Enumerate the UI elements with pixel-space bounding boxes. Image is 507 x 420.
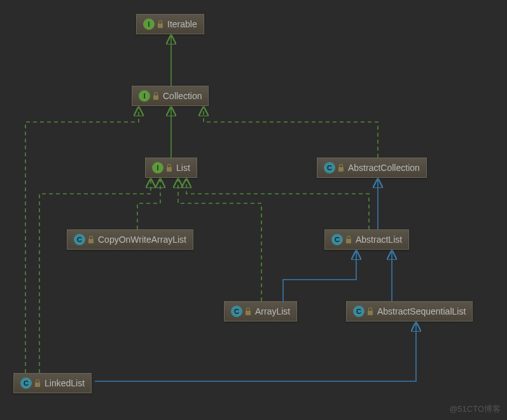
lock-icon [157, 20, 163, 28]
lock-icon [367, 308, 373, 315]
lock-icon [166, 164, 172, 172]
node-label: AbstractSequentialList [377, 306, 466, 316]
interface-icon: I [152, 162, 163, 173]
node-iterable[interactable]: I Iterable [136, 14, 204, 34]
diagram-edges [0, 0, 507, 420]
node-copyonwritearraylist[interactable]: C CopyOnWriteArrayList [67, 229, 193, 250]
class-icon: C [353, 306, 365, 317]
node-arraylist[interactable]: C ArrayList [224, 301, 297, 322]
class-icon: C [74, 234, 85, 245]
node-abstractsequentiallist[interactable]: C AbstractSequentialList [346, 301, 473, 322]
node-label: AbstractList [356, 234, 402, 245]
watermark: @51CTO博客 [449, 403, 501, 415]
lock-icon [34, 379, 41, 387]
node-label: Iterable [167, 19, 197, 29]
node-label: LinkedList [45, 378, 85, 388]
class-icon: C [331, 234, 343, 245]
class-icon: C [20, 377, 32, 389]
node-label: List [176, 163, 190, 173]
node-label: CopyOnWriteArrayList [98, 234, 186, 245]
lock-icon [153, 92, 159, 100]
node-abstractlist[interactable]: C AbstractList [324, 229, 409, 250]
node-collection[interactable]: I Collection [132, 86, 209, 106]
node-label: ArrayList [255, 306, 290, 316]
class-icon: C [324, 162, 335, 173]
lock-icon [345, 236, 352, 243]
node-label: Collection [163, 91, 202, 101]
node-linkedlist[interactable]: C LinkedList [13, 373, 92, 393]
interface-icon: I [143, 18, 155, 30]
lock-icon [88, 236, 94, 243]
node-list[interactable]: I List [145, 158, 197, 178]
class-icon: C [231, 306, 242, 317]
lock-icon [338, 164, 344, 172]
interface-icon: I [139, 90, 150, 102]
lock-icon [245, 308, 251, 315]
node-label: AbstractCollection [348, 163, 420, 173]
node-abstractcollection[interactable]: C AbstractCollection [317, 158, 427, 178]
